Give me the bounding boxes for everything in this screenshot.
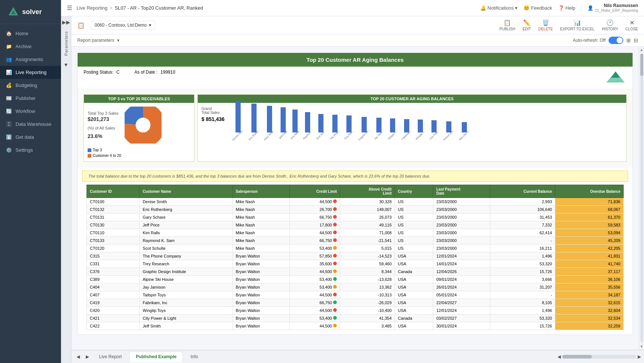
- posting-status-label: Posting Status:: [84, 70, 113, 85]
- report-params-label[interactable]: Report parameters: [77, 38, 114, 43]
- user-profile[interactable]: 👤 Nils Rasmussen 21_Hiske_ERP_Reporting: [587, 3, 638, 13]
- bar-item: [376, 118, 382, 132]
- user-info: Nils Rasmussen 21_Hiske_ERP_Reporting: [595, 3, 638, 13]
- scroll-thumb-horizontal[interactable]: [562, 355, 592, 359]
- edit-button[interactable]: ✏️ EDIT: [523, 19, 531, 31]
- sidebar-item-publisher[interactable]: 📰 Publisher: [0, 92, 61, 105]
- bar-column: Graphic De...: [356, 117, 372, 136]
- pie-pct-label: (%) of All Sales: [88, 126, 119, 130]
- credit-dot: [333, 223, 337, 226]
- scroll-left-arrow[interactable]: ◀: [557, 354, 561, 359]
- charts-section: TOP 3 vs TOP 20 RECEIVABLES Total Top 3 …: [78, 88, 633, 168]
- scroll-track-vertical: [640, 54, 643, 343]
- table-row: C376Graphic Design InstituteBryan Walton…: [87, 268, 624, 276]
- credit-dot: [333, 207, 337, 211]
- close-button[interactable]: ✕ CLOSE: [626, 19, 638, 31]
- history-button[interactable]: 🕐 HISTORY: [602, 19, 618, 31]
- dropdown-params-icon[interactable]: ▾: [117, 38, 119, 43]
- table-row: CT0133Raymond K. SamMike Nash66,750 -21,…: [87, 237, 624, 245]
- credit-dot: [333, 308, 337, 312]
- bar-column: Gary Scha...: [262, 106, 277, 136]
- bar-item: [267, 106, 272, 132]
- credit-dot: [333, 254, 337, 258]
- pie-total-value: $201,273: [88, 116, 119, 122]
- publish-button[interactable]: 📋 PUBLISH: [499, 19, 515, 31]
- bar-item: [251, 104, 257, 132]
- sidebar-item-archive[interactable]: 📁 Archive: [0, 40, 61, 53]
- delete-button[interactable]: 🗑️ DELETE: [538, 19, 553, 31]
- overdue-balance-cell: 53,094: [555, 229, 624, 237]
- sidebar-item-settings[interactable]: ⚙️ Settings: [0, 144, 61, 157]
- table-container: Customer ID Customer Name Salesperson Cr…: [78, 185, 633, 335]
- breadcrumb-parent[interactable]: Live Reporting: [77, 5, 108, 11]
- sidebar-item-home[interactable]: 🏠 Home: [0, 27, 61, 40]
- tab-live-report[interactable]: Live Report: [93, 352, 128, 362]
- grand-total-label: GrandTotal Sales: [201, 107, 224, 115]
- help-button[interactable]: ❓ Help: [558, 5, 576, 11]
- report-scrollbar: ▲ ▼: [639, 47, 644, 350]
- table-header: Customer ID Customer Name Salesperson Cr…: [87, 185, 624, 198]
- overdue-balance-cell: 32,259: [555, 322, 624, 330]
- bar-column: Denise Smi...: [230, 101, 246, 136]
- sidebar-item-assignments[interactable]: 👥 Assignments: [0, 53, 61, 66]
- grid-view-icon[interactable]: ⊞: [626, 37, 631, 43]
- archive-icon: 📁: [6, 44, 12, 49]
- data-table: Customer ID Customer Name Salesperson Cr…: [87, 185, 624, 330]
- topbar-divider: [581, 3, 582, 12]
- sidebar-label-data-warehouse: Data Warehouse: [16, 121, 51, 127]
- report-params-bar: Report parameters ▾ Auto-refresh: Off ⊞ …: [71, 34, 644, 47]
- pie-section: Total Top 3 Sales $201,273 (%) of All Sa…: [88, 107, 190, 144]
- overdue-balance-cell: 41,831: [555, 252, 624, 260]
- report-title: Top 20 Customer AR Aging Balances: [78, 53, 633, 67]
- sidebar-item-get-data[interactable]: ⬇️ Get data: [0, 131, 61, 144]
- bar-column: City Pow...: [428, 120, 440, 136]
- pie-chart-svg: [125, 107, 162, 144]
- tab-next-arrow[interactable]: ▶: [84, 353, 91, 361]
- scroll-down-button[interactable]: ▼: [639, 343, 644, 350]
- delete-icon: 🗑️: [542, 19, 549, 26]
- table-view-icon[interactable]: ⊟: [634, 37, 638, 43]
- table-row: CT0100Denise SmithMike Nash44,500 30,328…: [87, 198, 624, 206]
- bar-chart-title: TOP 20 CUSTOMER AR AGING BALANCES: [198, 95, 626, 103]
- credit-dot: [333, 277, 337, 281]
- params-panel-label: Parameters: [64, 31, 68, 56]
- sidebar-item-data-warehouse[interactable]: 🗄️ Data Warehouse: [0, 118, 61, 131]
- scroll-right-arrow[interactable]: ▶: [638, 354, 641, 359]
- params-expand-icon[interactable]: ▶▶: [62, 19, 70, 25]
- filter-icon[interactable]: ▼: [64, 62, 69, 68]
- table-row: C315The Phone CompanyBryan Walton57,850 …: [87, 252, 624, 260]
- credit-dot: [333, 199, 337, 203]
- hamburger-menu-icon[interactable]: ☰: [67, 4, 72, 11]
- legend-top3: Top 3: [88, 148, 190, 152]
- bar-column: Jay Jami...: [373, 118, 385, 136]
- sidebar-label-workflow: Workflow: [16, 108, 35, 114]
- credit-dot: [333, 269, 337, 273]
- scroll-thumb-vertical[interactable]: [640, 54, 643, 76]
- scroll-up-button[interactable]: ▲: [639, 47, 644, 53]
- legend-rest: Customer 4 to 20: [88, 154, 190, 158]
- overdue-balance-cell: 32,604: [555, 307, 624, 315]
- breadcrumb-separator: >: [110, 5, 113, 11]
- pie-chart-title: TOP 3 vs TOP 20 RECEIVABLES: [84, 95, 194, 103]
- feedback-button[interactable]: 😊 Feedback: [523, 5, 552, 11]
- company-selector[interactable]: 0060 - Contoso, Ltd:Demo ▾: [91, 21, 155, 30]
- topbar: ☰ Live Reporting > SL07 - AR - Top20 Cus…: [61, 0, 644, 16]
- feedback-icon: 😊: [523, 5, 529, 11]
- bar-column: Jeff Price: [278, 107, 288, 136]
- sidebar-item-workflow[interactable]: 🔄 Workflow: [0, 105, 61, 118]
- tab-published-example[interactable]: Published Example: [129, 352, 183, 362]
- table-row: CT0132Eric RothenbergMike Nash26,700 148…: [87, 206, 624, 214]
- col-credit-limit: Credit Limit: [290, 185, 340, 198]
- overdue-balance-cell: 59,583: [555, 221, 624, 229]
- live-reporting-icon: 📊: [6, 70, 12, 75]
- bar-column: Eric Rothe...: [247, 104, 261, 136]
- sidebar-item-live-reporting[interactable]: 📊 Live Reporting: [0, 66, 61, 79]
- notifications-button[interactable]: 🔔 Notifications ▾: [480, 5, 518, 11]
- export-button[interactable]: 📊 EXPORT TO EXCEL: [560, 19, 594, 31]
- tab-info[interactable]: Info: [184, 352, 204, 362]
- tab-navigation: ◀ ▶ Live Report Published Example Info: [74, 352, 204, 362]
- tab-prev-arrow[interactable]: ◀: [74, 353, 82, 361]
- autorefresh-toggle[interactable]: [609, 37, 623, 44]
- sidebar-item-budgeting[interactable]: 💰 Budgeting: [0, 79, 61, 92]
- sidebar-label-assignments: Assignments: [16, 57, 43, 62]
